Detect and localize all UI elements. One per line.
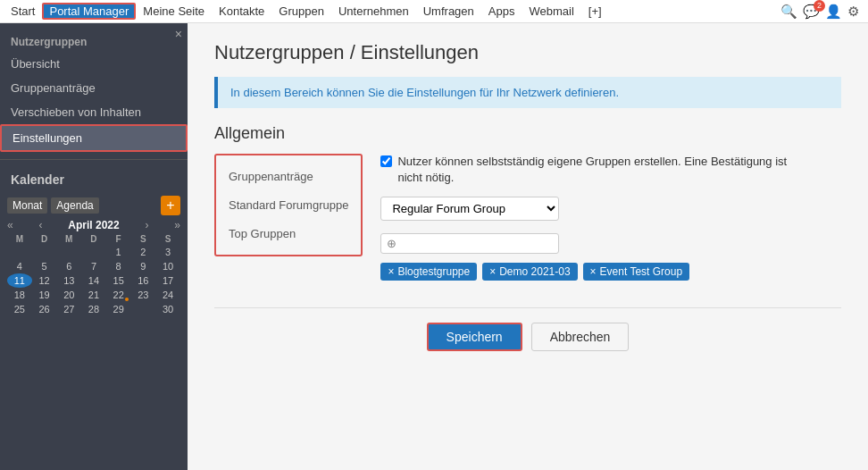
cal-day[interactable]: 24 <box>155 288 180 302</box>
top-nav: Start Portal Manager Meine Seite Kontakt… <box>0 0 868 23</box>
groups-self-create-checkbox[interactable] <box>380 155 392 167</box>
sidebar-item-uebersicht[interactable]: Übersicht <box>0 52 188 76</box>
cal-day <box>81 245 106 259</box>
sidebar-item-gruppenantraege[interactable]: Gruppenanträge <box>0 76 188 100</box>
nav-plus[interactable]: [+] <box>581 3 609 20</box>
tag-blogtestgruppe: × Blogtestgruppe <box>380 263 477 281</box>
cal-day <box>56 245 81 259</box>
checkbox-label: Nutzer können selbstständig eigene Grupp… <box>397 154 790 186</box>
cal-day[interactable]: 14 <box>81 273 106 288</box>
sidebar-item-einstellungen[interactable]: Einstellungen <box>0 124 188 152</box>
cal-day[interactable]: 8 <box>106 259 131 273</box>
sidebar: × Nutzergruppen Übersicht Gruppenanträge… <box>0 23 188 470</box>
sidebar-close-button[interactable]: × <box>175 27 182 41</box>
sidebar-divider <box>0 159 188 160</box>
main-content: Nutzergruppen / Einstellungen In diesem … <box>188 23 868 470</box>
forum-group-select[interactable]: Regular Forum Group <box>380 197 559 221</box>
sidebar-item-verschieben[interactable]: Verschieben von Inhalten <box>0 100 188 124</box>
cal-day[interactable]: 2 <box>131 245 156 259</box>
nav-portal-manager[interactable]: Portal Manager <box>42 3 136 20</box>
nav-umfragen[interactable]: Umfragen <box>416 3 481 20</box>
settings-controls: Nutzer können selbstständig eigene Grupp… <box>380 154 841 298</box>
tag-blogtestgruppe-label: Blogtestgruppe <box>397 265 470 278</box>
cancel-button[interactable]: Abbrechen <box>531 323 630 351</box>
cal-day[interactable]: 10 <box>155 259 180 273</box>
section-allgemein-title: Allgemein <box>214 124 841 143</box>
notifications-icon[interactable]: 💬 2 <box>803 4 820 20</box>
main-layout: × Nutzergruppen Übersicht Gruppenanträge… <box>0 23 868 470</box>
label-top-gruppen[interactable]: Top Gruppen <box>229 220 348 248</box>
cal-day[interactable]: 7 <box>81 259 106 273</box>
calendar-grid: MDMDFSS 12345678910111213141516171819202… <box>7 233 180 316</box>
info-box: In diesem Bereich können Sie die Einstel… <box>214 77 841 108</box>
nav-webmail[interactable]: Webmail <box>522 3 580 20</box>
cal-day[interactable]: 30 <box>155 302 180 316</box>
cal-day[interactable]: 16 <box>131 273 156 288</box>
search-icon: ⊕ <box>387 237 396 250</box>
cal-day[interactable]: 27 <box>56 302 81 316</box>
label-gruppenantraege[interactable]: Gruppenanträge <box>229 163 348 191</box>
cal-weekday: F <box>106 233 131 245</box>
nav-gruppen[interactable]: Gruppen <box>271 3 331 20</box>
tag-demo-remove[interactable]: × <box>489 265 496 278</box>
cal-day[interactable]: 22 <box>106 288 131 302</box>
user-icon[interactable]: 👤 <box>825 4 842 20</box>
save-button[interactable]: Speichern <box>427 323 522 351</box>
nav-meine-seite[interactable]: Meine Seite <box>136 3 212 20</box>
settings-labels-box: Gruppenanträge Standard Forumgruppe Top … <box>214 154 363 256</box>
page-title: Nutzergruppen / Einstellungen <box>214 41 841 64</box>
info-text: In diesem Bereich können Sie die Einstel… <box>230 86 619 99</box>
checkbox-row: Nutzer können selbstständig eigene Grupp… <box>380 154 841 186</box>
tag-blogtestgruppe-remove[interactable]: × <box>388 265 394 278</box>
cal-day[interactable]: 20 <box>56 288 81 302</box>
tag-event-test-group: × Event Test Group <box>583 263 690 281</box>
label-standard-forumgruppe[interactable]: Standard Forumgruppe <box>229 191 348 220</box>
cal-prev-prev-button[interactable]: « <box>7 219 13 231</box>
cal-agenda-button[interactable]: Agenda <box>51 197 98 214</box>
cal-next-button[interactable]: › <box>146 219 149 231</box>
select-row: Regular Forum Group <box>380 197 841 221</box>
cal-day[interactable]: 3 <box>155 245 180 259</box>
cal-month-title: April 2022 <box>68 219 119 231</box>
cal-day[interactable]: 1 <box>106 245 131 259</box>
cal-day[interactable]: 5 <box>32 259 57 273</box>
cal-next-next-button[interactable]: » <box>174 219 180 231</box>
cal-day[interactable]: 6 <box>56 259 81 273</box>
search-icon[interactable]: 🔍 <box>780 4 797 20</box>
cal-day[interactable]: 25 <box>7 302 32 316</box>
group-search-input[interactable] <box>396 237 553 250</box>
cal-prev-button[interactable]: ‹ <box>39 219 43 231</box>
calendar: Monat Agenda + « ‹ April 2022 › » MDMDFS… <box>0 190 188 322</box>
cal-day[interactable]: 23 <box>131 288 156 302</box>
cal-day[interactable]: 28 <box>81 302 106 316</box>
cal-day[interactable]: 13 <box>56 273 81 288</box>
cal-add-button[interactable]: + <box>161 196 180 215</box>
cal-day[interactable]: 26 <box>32 302 57 316</box>
tags-row: × Blogtestgruppe × Demo 2021-03 × Event … <box>380 263 841 281</box>
horizontal-divider <box>214 307 841 308</box>
cal-day[interactable]: 29 <box>106 302 131 316</box>
cal-day[interactable]: 15 <box>106 273 131 288</box>
cal-day[interactable]: 17 <box>155 273 180 288</box>
cal-day[interactable]: 9 <box>131 259 156 273</box>
notification-badge: 2 <box>814 0 825 12</box>
tag-event-remove[interactable]: × <box>590 265 597 278</box>
cal-day[interactable]: 19 <box>32 288 57 302</box>
sidebar-section-nutzergruppen: Nutzergruppen <box>0 29 188 52</box>
cal-day[interactable]: 21 <box>81 288 106 302</box>
settings-icon[interactable]: ⚙ <box>847 4 859 20</box>
nav-start[interactable]: Start <box>4 3 42 20</box>
settings-grid: Gruppenanträge Standard Forumgruppe Top … <box>214 154 841 298</box>
nav-unternehmen[interactable]: Unternehmen <box>331 3 416 20</box>
cal-day[interactable]: 11 <box>7 273 32 288</box>
cal-monat-button[interactable]: Monat <box>7 197 47 214</box>
cal-weekday: S <box>131 233 156 245</box>
cal-day[interactable]: 4 <box>7 259 32 273</box>
search-row: ⊕ <box>380 233 841 254</box>
nav-kontakte[interactable]: Kontakte <box>212 3 271 20</box>
cal-day[interactable]: 18 <box>7 288 32 302</box>
cal-day[interactable]: 12 <box>32 273 57 288</box>
nav-apps[interactable]: Apps <box>481 3 522 20</box>
cal-day <box>7 245 32 259</box>
cal-weekday: M <box>56 233 81 245</box>
